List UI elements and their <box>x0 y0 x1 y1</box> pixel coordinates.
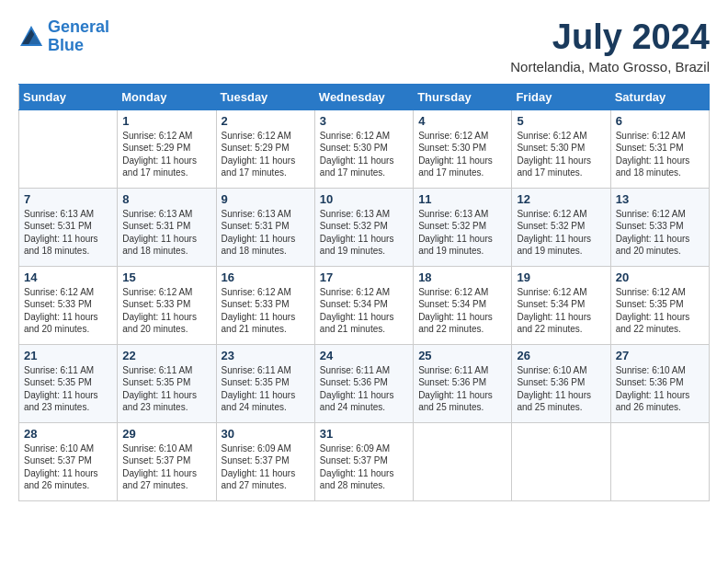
day-number: 29 <box>122 427 210 441</box>
calendar-cell: 13Sunrise: 6:12 AMSunset: 5:33 PMDayligh… <box>610 188 709 266</box>
weekday-header-row: SundayMondayTuesdayWednesdayThursdayFrid… <box>19 84 710 109</box>
calendar-cell: 24Sunrise: 6:11 AMSunset: 5:36 PMDayligh… <box>314 344 413 422</box>
calendar-week-row: 7Sunrise: 6:13 AMSunset: 5:31 PMDaylight… <box>19 188 710 266</box>
calendar-body: 1Sunrise: 6:12 AMSunset: 5:29 PMDaylight… <box>19 109 710 500</box>
day-info: Sunrise: 6:09 AMSunset: 5:37 PMDaylight:… <box>320 442 408 492</box>
calendar-week-row: 28Sunrise: 6:10 AMSunset: 5:37 PMDayligh… <box>19 422 710 500</box>
calendar-cell: 16Sunrise: 6:12 AMSunset: 5:33 PMDayligh… <box>216 266 314 344</box>
day-info: Sunrise: 6:12 AMSunset: 5:33 PMDaylight:… <box>122 286 210 336</box>
calendar-cell: 28Sunrise: 6:10 AMSunset: 5:37 PMDayligh… <box>19 422 118 500</box>
day-number: 31 <box>320 427 408 441</box>
day-number: 20 <box>616 270 704 284</box>
calendar-cell: 14Sunrise: 6:12 AMSunset: 5:33 PMDayligh… <box>19 266 118 344</box>
page-header: General Blue July 2024 Nortelandia, Mato… <box>18 18 710 75</box>
day-info: Sunrise: 6:12 AMSunset: 5:33 PMDaylight:… <box>616 208 704 258</box>
day-info: Sunrise: 6:12 AMSunset: 5:34 PMDaylight:… <box>418 286 506 336</box>
weekday-header-sunday: Sunday <box>19 84 118 109</box>
day-info: Sunrise: 6:10 AMSunset: 5:36 PMDaylight:… <box>616 364 704 414</box>
day-number: 23 <box>222 349 310 362</box>
calendar-cell: 30Sunrise: 6:09 AMSunset: 5:37 PMDayligh… <box>216 422 314 500</box>
day-number: 16 <box>222 270 310 284</box>
day-info: Sunrise: 6:12 AMSunset: 5:33 PMDaylight:… <box>222 286 310 336</box>
calendar-cell <box>512 422 610 500</box>
logo-icon <box>18 24 44 50</box>
day-number: 7 <box>24 192 112 206</box>
logo-text: General Blue <box>48 18 109 55</box>
day-info: Sunrise: 6:13 AMSunset: 5:31 PMDaylight:… <box>222 208 310 258</box>
calendar-cell: 26Sunrise: 6:10 AMSunset: 5:36 PMDayligh… <box>512 344 610 422</box>
day-number: 14 <box>24 270 112 284</box>
day-number: 25 <box>418 349 506 362</box>
calendar-cell: 2Sunrise: 6:12 AMSunset: 5:29 PMDaylight… <box>216 109 314 188</box>
calendar-cell: 11Sunrise: 6:13 AMSunset: 5:32 PMDayligh… <box>414 188 512 266</box>
day-info: Sunrise: 6:13 AMSunset: 5:31 PMDaylight:… <box>24 208 112 258</box>
calendar-cell: 31Sunrise: 6:09 AMSunset: 5:37 PMDayligh… <box>314 422 413 500</box>
day-number: 8 <box>122 192 210 206</box>
location: Nortelandia, Mato Grosso, Brazil <box>510 59 710 75</box>
day-number: 21 <box>24 349 112 362</box>
day-info: Sunrise: 6:11 AMSunset: 5:35 PMDaylight:… <box>24 364 112 414</box>
calendar-cell: 20Sunrise: 6:12 AMSunset: 5:35 PMDayligh… <box>610 266 709 344</box>
day-info: Sunrise: 6:12 AMSunset: 5:30 PMDaylight:… <box>517 130 605 179</box>
calendar-cell: 17Sunrise: 6:12 AMSunset: 5:34 PMDayligh… <box>314 266 413 344</box>
day-number: 17 <box>320 270 408 284</box>
calendar-cell: 1Sunrise: 6:12 AMSunset: 5:29 PMDaylight… <box>118 109 216 188</box>
weekday-header-friday: Friday <box>512 84 610 109</box>
calendar-cell: 21Sunrise: 6:11 AMSunset: 5:35 PMDayligh… <box>19 344 118 422</box>
calendar-cell <box>414 422 512 500</box>
day-number: 26 <box>517 349 605 362</box>
calendar-cell: 4Sunrise: 6:12 AMSunset: 5:30 PMDaylight… <box>414 109 512 188</box>
title-block: July 2024 Nortelandia, Mato Grosso, Braz… <box>510 18 710 75</box>
day-info: Sunrise: 6:11 AMSunset: 5:35 PMDaylight:… <box>222 364 310 414</box>
day-info: Sunrise: 6:12 AMSunset: 5:34 PMDaylight:… <box>517 286 605 336</box>
day-number: 4 <box>418 114 506 128</box>
day-info: Sunrise: 6:09 AMSunset: 5:37 PMDaylight:… <box>222 442 310 492</box>
calendar-cell: 12Sunrise: 6:12 AMSunset: 5:32 PMDayligh… <box>512 188 610 266</box>
day-number: 22 <box>122 349 210 362</box>
day-info: Sunrise: 6:13 AMSunset: 5:32 PMDaylight:… <box>320 208 408 258</box>
weekday-header-wednesday: Wednesday <box>314 84 413 109</box>
day-info: Sunrise: 6:12 AMSunset: 5:29 PMDaylight:… <box>222 130 310 179</box>
calendar-cell <box>19 109 118 188</box>
day-number: 9 <box>222 192 310 206</box>
day-number: 3 <box>320 114 408 128</box>
day-info: Sunrise: 6:12 AMSunset: 5:30 PMDaylight:… <box>320 130 408 179</box>
day-info: Sunrise: 6:13 AMSunset: 5:32 PMDaylight:… <box>418 208 506 258</box>
day-number: 18 <box>418 270 506 284</box>
calendar-cell: 23Sunrise: 6:11 AMSunset: 5:35 PMDayligh… <box>216 344 314 422</box>
calendar-cell <box>610 422 709 500</box>
day-info: Sunrise: 6:10 AMSunset: 5:36 PMDaylight:… <box>517 364 605 414</box>
day-info: Sunrise: 6:12 AMSunset: 5:35 PMDaylight:… <box>616 286 704 336</box>
day-info: Sunrise: 6:11 AMSunset: 5:36 PMDaylight:… <box>320 364 408 414</box>
day-number: 1 <box>122 114 210 128</box>
day-number: 30 <box>222 427 310 441</box>
day-info: Sunrise: 6:12 AMSunset: 5:34 PMDaylight:… <box>320 286 408 336</box>
day-number: 6 <box>616 114 704 128</box>
day-info: Sunrise: 6:12 AMSunset: 5:33 PMDaylight:… <box>24 286 112 336</box>
day-info: Sunrise: 6:12 AMSunset: 5:30 PMDaylight:… <box>418 130 506 179</box>
weekday-header-saturday: Saturday <box>610 84 709 109</box>
weekday-header-thursday: Thursday <box>414 84 512 109</box>
logo: General Blue <box>18 18 109 55</box>
day-number: 24 <box>320 349 408 362</box>
day-info: Sunrise: 6:11 AMSunset: 5:36 PMDaylight:… <box>418 364 506 414</box>
day-info: Sunrise: 6:12 AMSunset: 5:31 PMDaylight:… <box>616 130 704 179</box>
weekday-header-tuesday: Tuesday <box>216 84 314 109</box>
calendar-cell: 29Sunrise: 6:10 AMSunset: 5:37 PMDayligh… <box>118 422 216 500</box>
calendar-cell: 19Sunrise: 6:12 AMSunset: 5:34 PMDayligh… <box>512 266 610 344</box>
day-number: 27 <box>616 349 704 362</box>
calendar-cell: 3Sunrise: 6:12 AMSunset: 5:30 PMDaylight… <box>314 109 413 188</box>
day-number: 10 <box>320 192 408 206</box>
day-number: 19 <box>517 270 605 284</box>
day-number: 28 <box>24 427 112 441</box>
calendar-cell: 9Sunrise: 6:13 AMSunset: 5:31 PMDaylight… <box>216 188 314 266</box>
day-number: 2 <box>222 114 310 128</box>
day-number: 12 <box>517 192 605 206</box>
day-info: Sunrise: 6:11 AMSunset: 5:35 PMDaylight:… <box>122 364 210 414</box>
calendar-table: SundayMondayTuesdayWednesdayThursdayFrid… <box>18 84 710 501</box>
calendar-week-row: 14Sunrise: 6:12 AMSunset: 5:33 PMDayligh… <box>19 266 710 344</box>
calendar-week-row: 21Sunrise: 6:11 AMSunset: 5:35 PMDayligh… <box>19 344 710 422</box>
calendar-cell: 10Sunrise: 6:13 AMSunset: 5:32 PMDayligh… <box>314 188 413 266</box>
calendar-week-row: 1Sunrise: 6:12 AMSunset: 5:29 PMDaylight… <box>19 109 710 188</box>
calendar-cell: 15Sunrise: 6:12 AMSunset: 5:33 PMDayligh… <box>118 266 216 344</box>
